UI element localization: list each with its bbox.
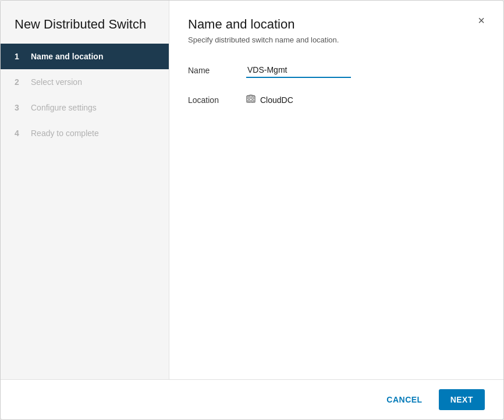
sidebar-step-1[interactable]: 1 Name and location	[1, 44, 169, 69]
location-label: Location	[188, 95, 246, 105]
new-distributed-switch-dialog: New Distributed Switch 1 Name and locati…	[0, 0, 504, 420]
main-title: Name and location	[188, 17, 339, 32]
name-row: Name	[188, 63, 485, 78]
step-4-label: Ready to complete	[31, 129, 99, 138]
dialog-footer: CANCEL NEXT	[1, 379, 503, 419]
sidebar-title: New Distributed Switch	[1, 1, 169, 44]
main-subtitle: Specify distributed switch name and loca…	[188, 35, 339, 44]
step-4-number: 4	[15, 129, 24, 138]
datacenter-icon	[246, 94, 255, 105]
sidebar: New Distributed Switch 1 Name and locati…	[1, 1, 169, 379]
svg-rect-3	[248, 100, 250, 102]
dialog-body: New Distributed Switch 1 Name and locati…	[1, 1, 503, 379]
name-label: Name	[188, 66, 246, 75]
name-field	[246, 63, 485, 78]
step-1-label: Name and location	[31, 52, 103, 61]
cancel-button[interactable]: CANCEL	[377, 389, 431, 410]
form-area: Name Location	[169, 44, 503, 379]
sidebar-steps: 1 Name and location 2 Select version 3 C…	[1, 44, 169, 146]
step-1-number: 1	[15, 52, 24, 61]
step-2-number: 2	[15, 77, 24, 87]
step-2-label: Select version	[31, 77, 82, 87]
main-header: Name and location Specify distributed sw…	[169, 1, 503, 44]
location-field: CloudDC	[246, 94, 485, 105]
svg-rect-4	[251, 100, 254, 102]
main-content: Name and location Specify distributed sw…	[169, 1, 503, 379]
location-value: CloudDC	[260, 95, 293, 105]
close-button[interactable]: ×	[478, 15, 485, 26]
sidebar-step-4[interactable]: 4 Ready to complete	[1, 120, 169, 146]
main-title-area: Name and location Specify distributed sw…	[188, 17, 339, 44]
svg-rect-1	[248, 97, 250, 99]
step-3-label: Configure settings	[31, 103, 97, 112]
sidebar-step-2[interactable]: 2 Select version	[1, 69, 169, 95]
sidebar-step-3[interactable]: 3 Configure settings	[1, 95, 169, 120]
step-3-number: 3	[15, 103, 24, 112]
next-button[interactable]: NEXT	[439, 389, 485, 410]
svg-rect-2	[251, 97, 254, 99]
name-input[interactable]	[246, 63, 351, 78]
location-row: Location	[188, 94, 485, 105]
